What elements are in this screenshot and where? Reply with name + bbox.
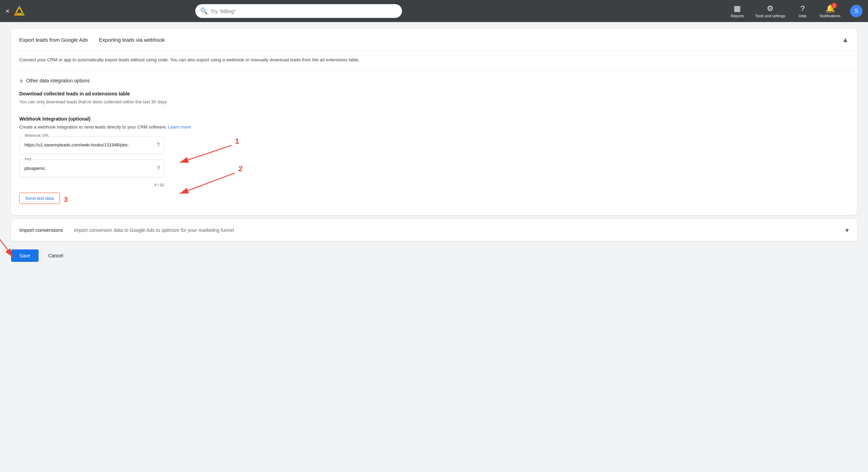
webhook-url-help-icon[interactable]: ? (157, 142, 160, 148)
help-icon: ? (800, 4, 805, 13)
download-desc: You can only download leads that've been… (19, 99, 849, 105)
download-subsection: Download collected leads in ad extension… (19, 91, 849, 105)
webhook-title: Webhook integration (optional) (19, 116, 849, 122)
learn-more-link[interactable]: Learn more (168, 124, 191, 130)
import-desc: Import conversion data to Google Ads to … (74, 227, 234, 233)
close-button[interactable]: × (6, 7, 10, 15)
reports-icon: ▦ (734, 4, 741, 13)
svg-point-5 (18, 6, 20, 8)
tools-icon: ⚙ (767, 4, 774, 13)
search-icon: 🔍 (200, 7, 208, 15)
send-test-button[interactable]: Send test data (19, 193, 60, 204)
download-title: Download collected leads in ad extension… (19, 91, 849, 96)
webhook-section: Webhook integration (optional) Create a … (11, 116, 857, 215)
reports-nav-item[interactable]: ▦ Reports (726, 3, 748, 19)
export-subtitle: Exporting leads via webhook (99, 37, 165, 43)
help-label: Help (799, 14, 807, 18)
notifications-icon: 🔔 1 (826, 4, 835, 13)
collapse-icon[interactable]: ▲ (842, 36, 849, 44)
webhook-key-input[interactable] (19, 160, 164, 177)
webhook-url-input[interactable] (19, 136, 164, 154)
bottom-actions: Save Cancel (11, 247, 68, 269)
svg-point-3 (14, 12, 17, 14)
search-bar: 🔍 (195, 4, 402, 18)
export-description: Connect your CRM or app to automatically… (11, 51, 857, 71)
export-title: Export leads from Google Ads (19, 37, 88, 43)
webhook-desc: Create a webhook integration to send lea… (19, 124, 849, 131)
user-avatar[interactable]: S (850, 5, 862, 17)
export-leads-card: Export leads from Google Ads Exporting l… (11, 29, 857, 215)
tools-nav-item[interactable]: ⚙ Tools and settings (751, 3, 789, 19)
webhook-key-container: Key ? (19, 160, 164, 177)
bottom-section: 4 Save Cancel (11, 247, 857, 269)
logo (14, 6, 25, 17)
import-expand-icon[interactable]: ▾ (845, 226, 849, 234)
integration-section: ∧ Other data integration options Downloa… (11, 71, 857, 116)
export-header: Export leads from Google Ads Exporting l… (11, 29, 857, 51)
webhook-desc-text: Create a webhook integration to send lea… (19, 124, 167, 130)
svg-line-8 (180, 173, 235, 194)
other-integration-toggle[interactable]: ∧ Other data integration options (19, 78, 849, 84)
top-navigation: × 🔍 ▦ Reports ⚙ Tools and settings (0, 0, 868, 22)
annotation-1-text: 1 (235, 137, 239, 145)
notifications-nav-item[interactable]: 🔔 1 Notifications (816, 3, 845, 19)
webhook-url-label: Webhook URL (23, 133, 51, 137)
nav-actions: ▦ Reports ⚙ Tools and settings ? Help 🔔 … (726, 3, 862, 19)
help-nav-item[interactable]: ? Help (792, 3, 813, 19)
webhook-url-container: Webhook URL ? (19, 136, 164, 154)
import-conversions-card: Import conversions Import conversion dat… (11, 219, 857, 241)
svg-point-4 (22, 12, 24, 14)
annotation-3: 3 (64, 196, 68, 204)
toggle-icon: ∧ (19, 78, 23, 84)
search-input[interactable] (195, 4, 402, 18)
annotation-2-text: 2 (238, 164, 242, 173)
google-ads-logo-icon (14, 6, 25, 17)
webhook-key-label: Key (23, 157, 33, 161)
cancel-button[interactable]: Cancel (44, 249, 68, 262)
webhook-key-help-icon[interactable]: ? (157, 165, 160, 172)
notifications-label: Notifications (820, 14, 840, 18)
save-button[interactable]: Save (11, 249, 39, 262)
import-left: Import conversions Import conversion dat… (19, 227, 234, 233)
notification-badge: 1 (831, 3, 837, 8)
svg-line-7 (180, 145, 231, 163)
char-count: 8 / 50 (19, 183, 164, 187)
tools-label: Tools and settings (755, 14, 785, 18)
import-title: Import conversions (19, 227, 63, 233)
reports-label: Reports (731, 14, 744, 18)
export-header-left: Export leads from Google Ads Exporting l… (19, 37, 165, 43)
main-content: Export leads from Google Ads Exporting l… (0, 22, 868, 472)
other-integration-label: Other data integration options (26, 78, 90, 83)
